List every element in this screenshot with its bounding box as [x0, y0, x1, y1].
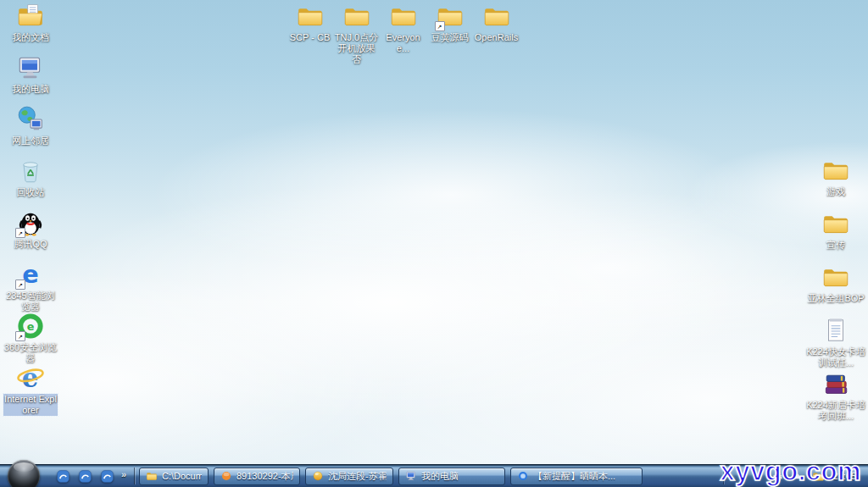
desktop-icon-folder-tnj[interactable]: TNJ.0点分开机放果否 [333, 2, 380, 65]
icon-art [16, 105, 45, 134]
desktop-icon-folder-source[interactable]: ↗ 豆荚源码 [426, 2, 473, 65]
quick-launch-overflow-chevron[interactable]: » [121, 469, 126, 479]
taskbar-button-explorer-window[interactable]: C:\Documents an... [139, 468, 209, 485]
tray-divider [723, 468, 724, 484]
taskbar-buttons: C:\Documents an... 89130292-本周六... 沈局连段-… [139, 465, 643, 487]
desktop-icon-my-documents[interactable]: 我的文档 [2, 2, 59, 53]
shortcut-arrow-icon: ↗ [435, 21, 445, 31]
taskbar-button-label: 我的电脑 [421, 470, 459, 483]
desktop-icon-label: 回收站 [17, 187, 45, 198]
shortcut-arrow-icon: ↗ [15, 331, 25, 341]
icon-art [821, 209, 850, 238]
desktop-icon-label: 豆荚源码 [431, 32, 469, 43]
desktop-icon-label: 我的电脑 [12, 84, 49, 95]
desktop-icon-label: K224新启卡培考回班... [805, 400, 866, 422]
desktop-icon-internet-explorer[interactable]: Internet Explorer [2, 363, 59, 415]
start-button[interactable] [8, 460, 40, 487]
tray-printer-icon[interactable] [771, 470, 784, 483]
desktop-icon-label: 腾讯QQ [14, 239, 47, 250]
desktop-icon-folder-bop[interactable]: 亚林全组BOP [805, 263, 866, 316]
taskbar: » C:\Documents an... 89130292-本周六... 沈局连… [0, 464, 868, 487]
desktop-icons-left-column: 我的文档 我的电脑 网上邻居 回收站 ↗ 腾讯QQ ↗ 2345智能浏览器 [2, 2, 59, 415]
desktop-icon-k224-document[interactable]: K224快女卡培训试任... [805, 316, 866, 369]
desktop-icon-folder-everyone[interactable]: Everyone... [380, 2, 426, 65]
taskbar-button-label: 沈局连段-苏霍伊... [328, 470, 387, 483]
icon-art [389, 2, 418, 30]
taskbar-button-chat-window[interactable]: 沈局连段-苏霍伊... [305, 468, 393, 485]
icon-art [821, 263, 850, 291]
desktop-icon-tencent-qq[interactable]: ↗ 腾讯QQ [2, 208, 59, 260]
icon-art [16, 53, 45, 82]
desktop-icon-folder-xuanchuan[interactable]: 宣传 [805, 209, 866, 263]
taskbar-button-label: C:\Documents an... [162, 471, 202, 481]
icon-art: ↗ [436, 2, 465, 30]
desktop-icon-folder-openrails[interactable]: OpenRails [473, 2, 520, 65]
taskbar-button-label: 89130292-本周六... [236, 470, 293, 483]
tray-hidden-icons-icon[interactable] [792, 470, 804, 483]
desktop-wallpaper: 我的文档 我的电脑 网上邻居 回收站 ↗ 腾讯QQ ↗ 2345智能浏览器 [0, 0, 868, 487]
icon-art [16, 363, 45, 392]
desktop-icon-folder-scp-cb[interactable]: SCP - CB [287, 2, 333, 65]
taskbar-clock[interactable]: 21:05 [832, 471, 856, 481]
taskbar-button-download-window[interactable]: 89130292-本周六... [214, 468, 300, 485]
desktop-icon-label: OpenRails [475, 32, 518, 43]
icon-art [342, 2, 371, 30]
taskbar-divider [134, 468, 135, 484]
taskbar-button-forum-window[interactable]: 【新提醒】晒晒本... [510, 468, 643, 485]
quick-launch-2[interactable] [78, 469, 92, 484]
icon-art [16, 2, 45, 30]
shortcut-arrow-icon: ↗ [15, 228, 25, 238]
desktop-icon-browser-360[interactable]: ↗ 360安全浏览器 [2, 312, 59, 363]
quick-launch-3[interactable] [100, 469, 114, 484]
icon-art [821, 369, 850, 398]
desktop-icon-my-computer[interactable]: 我的电脑 [2, 53, 59, 105]
desktop-icon-label: K224快女卡培训试任... [805, 346, 866, 368]
system-tray: 21:05 [771, 465, 856, 487]
desktop-icon-network-places[interactable]: 网上邻居 [2, 105, 59, 157]
icon-art [821, 316, 850, 345]
taskbar-button-my-computer[interactable]: 我的电脑 [398, 468, 505, 485]
icon-art [821, 156, 850, 185]
desktop-icon-label: 2345智能浏览器 [3, 291, 58, 313]
desktop-icon-label: Everyone... [381, 32, 426, 54]
taskbar-button-label: 【新提醒】晒晒本... [533, 470, 615, 483]
quick-launch-bar [56, 465, 114, 487]
taskbar-button-icon [220, 470, 232, 482]
desktop-icon-label: TNJ.0点分开机放果否 [334, 32, 380, 65]
tray-app-icon[interactable] [812, 470, 825, 483]
desktop-icon-label: 亚林全组BOP [807, 293, 864, 304]
tray-icons [771, 470, 825, 483]
desktop-icon-label: 网上邻居 [12, 136, 49, 147]
icon-art [16, 157, 45, 185]
taskbar-button-icon [517, 470, 529, 482]
desktop-icon-label: 我的文档 [12, 32, 49, 43]
desktop-icons-right-column: 游戏 宣传 亚林全组BOP K224快女卡培训试任... K224新启卡培考回班… [805, 156, 866, 423]
shortcut-arrow-icon: ↗ [15, 279, 25, 290]
icon-art [296, 2, 325, 30]
desktop-icons-top-row: SCP - CB TNJ.0点分开机放果否 Everyone... ↗ 豆荚源码… [287, 2, 520, 65]
taskbar-button-icon [146, 470, 158, 482]
icon-art: ↗ [16, 312, 45, 340]
desktop-icon-k224-archive[interactable]: K224新启卡培考回班... [805, 369, 866, 423]
desktop-icon-folder-games[interactable]: 游戏 [805, 156, 866, 209]
desktop-icon-label: SCP - CB [290, 32, 330, 43]
quick-launch-1[interactable] [56, 469, 70, 484]
taskbar-button-icon [312, 470, 324, 482]
desktop-icon-label: Internet Explorer [3, 394, 58, 416]
desktop-icon-browser-2345[interactable]: ↗ 2345智能浏览器 [2, 260, 59, 312]
desktop-icon-label: 360安全浏览器 [3, 342, 58, 364]
icon-art: ↗ [16, 260, 45, 289]
desktop-icon-label: 游戏 [826, 186, 845, 197]
desktop-icon-label: 宣传 [826, 240, 845, 251]
icon-art: ↗ [16, 208, 45, 237]
desktop-icon-recycle-bin[interactable]: 回收站 [2, 157, 59, 208]
taskbar-button-icon [405, 470, 417, 482]
icon-art [482, 2, 511, 30]
